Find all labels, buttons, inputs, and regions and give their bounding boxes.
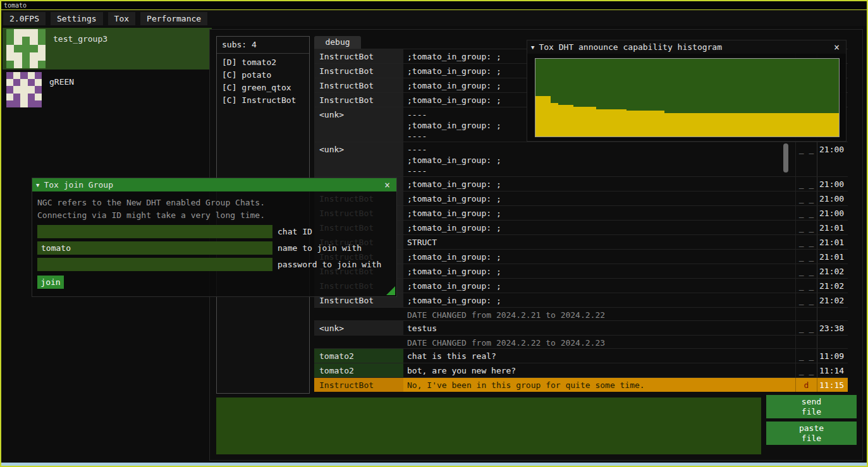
message-row[interactable]: DATE CHANGED from 2024.2.22 to 2024.2.23 — [314, 335, 848, 348]
message-text: ;tomato_in_group: ; — [403, 191, 795, 205]
histogram-bar — [596, 109, 604, 136]
subs-separator — [217, 53, 309, 54]
message-row[interactable]: tomato2bot, are you new here?_ _11:14 — [314, 363, 848, 377]
message-flags[interactable]: _ _ — [795, 142, 817, 176]
message-flags[interactable]: _ _ — [795, 321, 817, 335]
message-text: ;tomato_in_group: ; — [403, 279, 795, 293]
histogram-bar — [718, 113, 725, 136]
chat-id-input[interactable] — [37, 225, 272, 238]
message-text: ;tomato_in_group: ; — [403, 250, 795, 264]
join-info-line: NGC refers to the New DHT enabled Group … — [37, 197, 391, 209]
join-field-label: name to join with — [278, 243, 362, 253]
histogram-bar — [619, 109, 627, 136]
message-flags[interactable]: _ _ — [795, 221, 817, 234]
join-name-input[interactable] — [37, 241, 272, 255]
menu-item-tox[interactable]: Tox — [108, 12, 135, 25]
join-button[interactable]: join — [37, 276, 64, 289]
message-flags[interactable] — [795, 308, 817, 320]
message-time — [817, 336, 848, 348]
join-field-row: name to join with — [37, 241, 391, 255]
histogram-titlebar[interactable]: ▼ Tox DHT announce capability histogram … — [527, 40, 846, 54]
resize-grip[interactable] — [386, 286, 395, 295]
close-icon[interactable]: × — [382, 179, 393, 190]
message-author: <unk> — [314, 142, 403, 176]
message-row[interactable]: InstructBotNo, I've been in this group f… — [314, 377, 848, 392]
histogram-bar — [581, 107, 589, 136]
histogram-bar — [687, 113, 695, 136]
tab-debug[interactable]: debug — [314, 36, 361, 49]
message-time: 11:15 — [817, 378, 848, 392]
sub-item[interactable]: [C] InstructBot — [217, 94, 309, 107]
histogram-bar — [558, 105, 566, 136]
histogram-bar — [733, 113, 740, 136]
join-field-label: password to join with — [278, 260, 381, 269]
sub-item[interactable]: [D] tomato2 — [217, 56, 309, 69]
chat-scrollbar[interactable] — [783, 143, 788, 173]
subs-list: [D] tomato2[C] potato[C] green_qtox[C] I… — [217, 56, 309, 107]
group-item-test_group3[interactable]: test_group3 — [3, 28, 212, 70]
sub-item[interactable]: [C] potato — [217, 69, 309, 82]
group-avatar — [6, 29, 46, 68]
histogram-bar — [702, 113, 710, 136]
message-flags[interactable]: _ _ — [795, 206, 817, 220]
sub-item[interactable]: [C] green_qtox — [217, 82, 309, 94]
message-time — [817, 308, 848, 320]
message-flags[interactable]: _ _ — [795, 191, 817, 205]
close-icon[interactable]: × — [831, 42, 842, 52]
message-time: 21:00 — [817, 142, 848, 176]
message-flags[interactable]: _ _ — [795, 235, 817, 249]
message-time: 21:01 — [817, 221, 848, 234]
histogram-bar — [535, 96, 543, 136]
message-text: DATE CHANGED from 2024.2.22 to 2024.2.23 — [403, 336, 795, 348]
histogram-bar — [786, 113, 793, 136]
menu-item-settings[interactable]: Settings — [51, 12, 103, 25]
histogram-title: Tox DHT announce capability histogram — [539, 42, 827, 52]
paste-file-button[interactable]: paste file — [766, 422, 857, 445]
group-name: test_group3 — [53, 34, 107, 44]
message-author: InstructBot — [314, 49, 403, 63]
app-window: tomato 2.0FPS SettingsToxPerformance tes… — [0, 0, 868, 467]
message-flags[interactable]: d — [795, 378, 817, 392]
histogram-bar — [589, 107, 596, 136]
menu-item-performance[interactable]: Performance — [140, 12, 207, 25]
histogram-bar — [710, 113, 718, 136]
join-group-titlebar[interactable]: ▼ Tox join Group × — [32, 178, 396, 191]
message-flags[interactable] — [795, 336, 817, 348]
message-flags[interactable]: _ _ — [795, 363, 817, 377]
window-titlebar: tomato — [1, 1, 867, 10]
message-row[interactable]: <unk>----;tomato_in_group: ;----_ _21:00 — [314, 142, 848, 176]
message-time: 21:01 — [817, 250, 848, 264]
message-text: ;tomato_in_group: ; — [403, 221, 795, 234]
histogram-bar — [680, 113, 687, 136]
histogram-bar — [566, 105, 573, 136]
join-group-window: ▼ Tox join Group × NGC refers to the New… — [32, 178, 397, 297]
send-file-button[interactable]: send file — [766, 395, 857, 418]
message-flags[interactable]: _ _ — [795, 349, 817, 363]
message-time: 21:02 — [817, 264, 848, 278]
message-text: chat is this real? — [403, 349, 795, 363]
join-password-input[interactable] — [37, 258, 272, 271]
message-text: testus — [403, 321, 795, 335]
message-row[interactable]: <unk>testus_ _23:38 — [314, 320, 848, 335]
message-time: 21:00 — [817, 177, 848, 191]
message-flags[interactable]: _ _ — [795, 264, 817, 278]
group-item-gREEN[interactable]: gREEN — [3, 71, 212, 112]
message-flags[interactable]: _ _ — [795, 177, 817, 191]
message-text: ;tomato_in_group: ; — [403, 264, 795, 278]
message-flags[interactable]: _ _ — [795, 279, 817, 293]
histogram-bar — [755, 113, 763, 136]
message-row[interactable]: DATE CHANGED from 2024.2.21 to 2024.2.22 — [314, 307, 848, 320]
message-flags[interactable]: _ _ — [795, 293, 817, 307]
message-input[interactable] — [216, 397, 761, 454]
histogram-bar — [763, 113, 771, 136]
histogram-plot — [535, 58, 840, 137]
message-time: 21:00 — [817, 206, 848, 220]
message-time: 21:00 — [817, 191, 848, 205]
histogram-bar — [831, 113, 839, 136]
collapse-icon[interactable]: ▼ — [531, 44, 534, 51]
collapse-icon[interactable]: ▼ — [36, 182, 39, 188]
message-flags[interactable]: _ _ — [795, 250, 817, 264]
join-field-row: password to join with — [37, 258, 391, 271]
message-row[interactable]: tomato2chat is this real?_ _11:09 — [314, 348, 848, 363]
message-text: DATE CHANGED from 2024.2.21 to 2024.2.22 — [403, 308, 795, 320]
